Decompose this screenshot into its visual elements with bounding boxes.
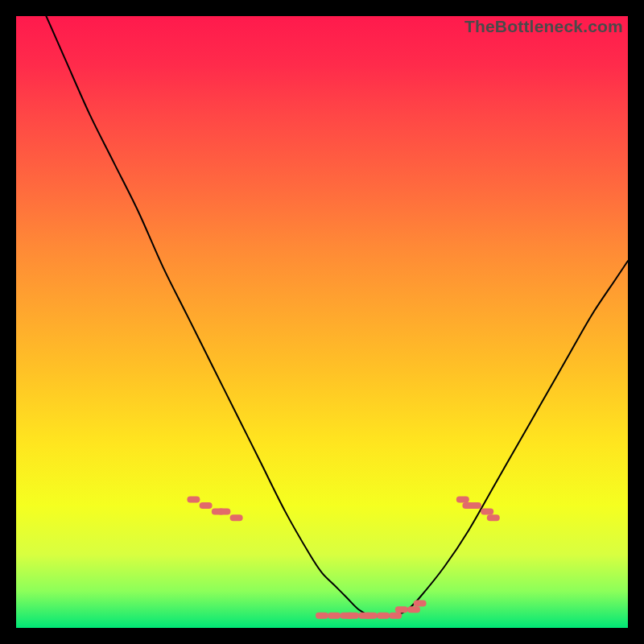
curve-marker bbox=[377, 613, 390, 619]
curve-marker bbox=[200, 502, 213, 509]
chart-frame: TheBottleneck.com bbox=[16, 16, 628, 628]
curve-marker bbox=[365, 613, 378, 619]
curve-marker bbox=[230, 514, 243, 521]
curve-markers bbox=[187, 496, 499, 618]
curve-marker bbox=[389, 613, 402, 619]
curve-marker bbox=[395, 606, 408, 613]
curve-marker bbox=[487, 514, 500, 521]
curve-marker bbox=[414, 601, 427, 607]
curve-marker bbox=[407, 606, 420, 613]
curve-marker bbox=[328, 613, 341, 619]
curve-marker bbox=[316, 613, 328, 619]
curve-marker bbox=[346, 613, 359, 619]
curve-marker bbox=[481, 509, 493, 515]
curve-marker bbox=[217, 509, 230, 515]
curve-marker bbox=[456, 496, 469, 502]
bottleneck-curve bbox=[16, 16, 628, 628]
curve-marker bbox=[187, 496, 200, 502]
curve-marker bbox=[469, 502, 481, 509]
curve-line bbox=[16, 16, 628, 616]
